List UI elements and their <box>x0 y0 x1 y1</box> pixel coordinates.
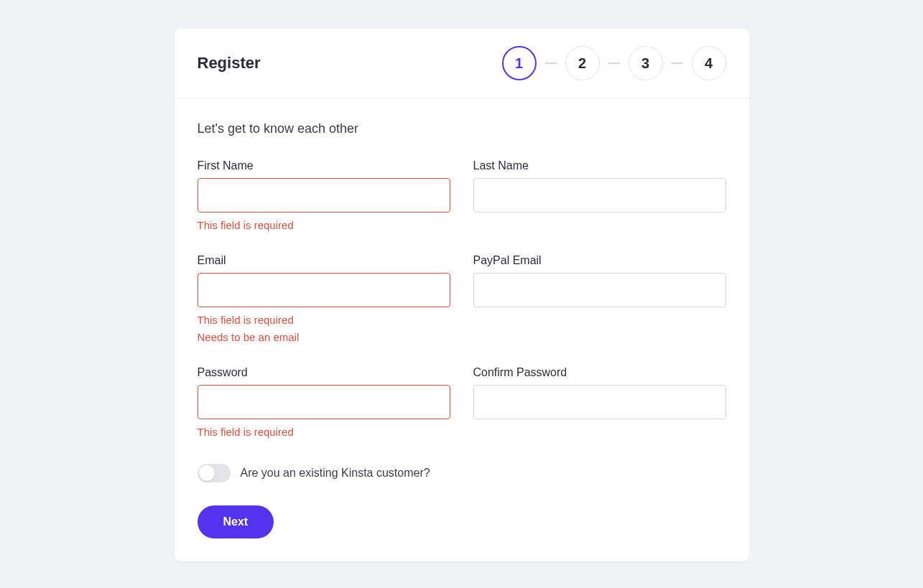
paypal-email-label: PayPal Email <box>473 254 726 267</box>
toggle-knob <box>199 465 215 481</box>
existing-customer-row: Are you an existing Kinsta customer? <box>198 464 726 482</box>
step-divider <box>608 62 620 64</box>
first-name-label: First Name <box>198 159 450 172</box>
confirm-password-input[interactable] <box>473 385 726 419</box>
next-button[interactable]: Next <box>198 505 274 538</box>
password-error: This field is required <box>198 424 450 441</box>
page-title: Register <box>198 54 261 73</box>
email-error-1: This field is required <box>198 312 450 329</box>
form-subtitle: Let's get to know each other <box>198 121 726 136</box>
first-name-error: This field is required <box>198 217 450 234</box>
email-errors: This field is required Needs to be an em… <box>198 307 450 346</box>
paypal-email-input[interactable] <box>473 273 726 307</box>
step-divider <box>672 62 683 64</box>
existing-customer-toggle[interactable] <box>198 464 231 482</box>
existing-customer-label: Are you an existing Kinsta customer? <box>241 467 430 480</box>
last-name-group: Last Name <box>473 159 726 234</box>
first-name-group: First Name This field is required <box>198 159 450 234</box>
password-input[interactable] <box>198 385 450 419</box>
paypal-email-group: PayPal Email <box>473 254 726 346</box>
confirm-password-label: Confirm Password <box>473 366 726 379</box>
step-divider <box>545 62 557 64</box>
email-group: Email This field is required Needs to be… <box>198 254 450 346</box>
step-2[interactable]: 2 <box>565 46 600 80</box>
last-name-input[interactable] <box>473 178 726 213</box>
card-body: Let's get to know each other First Name … <box>175 98 749 561</box>
email-label: Email <box>198 254 450 267</box>
stepper: 1 2 3 4 <box>502 46 726 80</box>
last-name-label: Last Name <box>473 159 726 172</box>
email-input[interactable] <box>198 273 450 307</box>
password-label: Password <box>198 366 450 379</box>
card-header: Register 1 2 3 4 <box>175 29 749 98</box>
register-card: Register 1 2 3 4 Let's get to know each … <box>175 29 749 561</box>
password-group: Password This field is required <box>198 366 450 441</box>
step-1[interactable]: 1 <box>502 46 537 80</box>
step-4[interactable]: 4 <box>692 46 726 80</box>
email-error-2: Needs to be an email <box>198 329 450 346</box>
step-3[interactable]: 3 <box>629 46 663 80</box>
first-name-input[interactable] <box>198 178 450 213</box>
confirm-password-group: Confirm Password <box>473 366 726 441</box>
form-grid: First Name This field is required Last N… <box>198 159 726 441</box>
